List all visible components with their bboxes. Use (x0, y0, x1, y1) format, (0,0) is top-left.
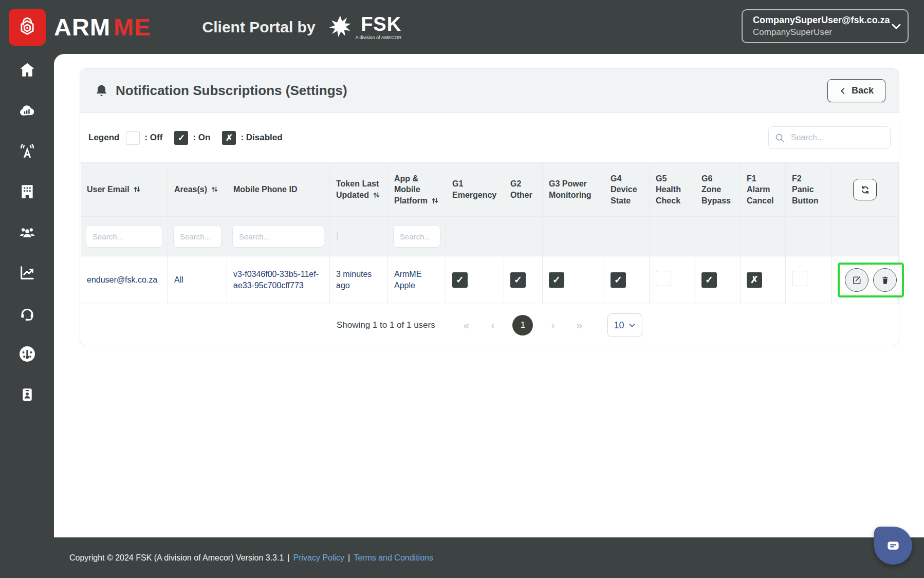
fsk-wordmark: FSK A division of AMECOR (356, 14, 402, 40)
bell-icon (95, 83, 108, 99)
filter-mobile-phone-id-input[interactable] (232, 225, 324, 248)
fsk-name-text: FSK (361, 14, 401, 34)
g4-checkbox: ✓ (611, 272, 626, 288)
refresh-icon (860, 185, 870, 195)
column-header-g2-other: G2 Other (504, 163, 543, 217)
trash-icon (881, 275, 890, 285)
sidebar (0, 54, 54, 578)
page-size-value: 10 (614, 320, 624, 331)
armme-lock-icon (9, 9, 46, 46)
checkbox-disabled-icon: ✗ (222, 131, 236, 145)
search-input[interactable] (790, 133, 898, 143)
card-header: Notification Subscriptions (Settings) Ba… (80, 69, 899, 113)
sidebar-item-line-chart[interactable] (17, 264, 38, 282)
column-header-app-mobile-platform[interactable]: App & Mobile Platform (388, 163, 446, 217)
column-header-token-last-updated[interactable]: Token Last Updated (330, 163, 388, 217)
table-search (768, 126, 891, 149)
filter-row (81, 217, 899, 256)
terms-link[interactable]: Terms and Conditions (354, 553, 433, 563)
user-menu[interactable]: CompanySuperUser@fsk.co.za CompanySuperU… (742, 9, 909, 43)
cell-areas: All (168, 256, 227, 304)
first-page-button[interactable]: « (453, 319, 481, 331)
cell-mobile-phone-id: v3-f0346f00-33b5-11ef-ae33-95c700cff773 (227, 256, 330, 304)
chevron-down-icon (628, 321, 636, 329)
column-header-user-email[interactable]: User Email (81, 163, 168, 217)
cloud-stats-icon (17, 102, 37, 119)
headset-icon (18, 305, 36, 322)
sidebar-item-id-card[interactable] (17, 386, 38, 403)
sidebar-item-cloud-stats[interactable] (17, 102, 38, 119)
id-card-icon (20, 385, 35, 404)
subscriptions-table: User Email Areas(s) Mobile Phone ID Toke… (80, 162, 899, 304)
brand-logo[interactable]: ARMME (9, 9, 151, 46)
filter-app-platform-input[interactable] (393, 225, 440, 248)
cell-g1-emergency: ✓ (446, 256, 504, 304)
column-header-areas[interactable]: Areas(s) (168, 163, 227, 217)
line-chart-icon (18, 264, 36, 282)
users-icon (17, 223, 38, 241)
chevron-down-icon (890, 20, 902, 32)
g2-checkbox: ✓ (510, 272, 526, 288)
edit-icon (852, 275, 862, 285)
user-role: CompanySuperUser (753, 27, 890, 38)
user-info: CompanySuperUser@fsk.co.za CompanySuperU… (753, 15, 890, 38)
edit-button[interactable] (845, 268, 868, 292)
legend-on-label: : On (193, 133, 210, 143)
filter-user-email-input[interactable] (86, 225, 162, 248)
f2-checkbox (792, 271, 807, 286)
next-page-button[interactable]: › (540, 319, 565, 331)
fsk-star-icon (327, 14, 354, 41)
notification-subscriptions-card: Notification Subscriptions (Settings) Ba… (80, 68, 899, 346)
chat-button[interactable] (874, 527, 912, 565)
row-actions-highlight (838, 263, 904, 297)
filter-areas-input[interactable] (173, 225, 221, 248)
chevron-left-icon (839, 87, 846, 95)
building-icon (19, 183, 36, 200)
privacy-policy-link[interactable]: Privacy Policy (293, 553, 344, 563)
cell-f1-alarm-cancel: ✗ (741, 256, 786, 304)
checkbox-on-icon: ✓ (174, 131, 188, 145)
page-title: Notification Subscriptions (Settings) (116, 83, 347, 99)
cell-f2-panic-button (786, 256, 831, 304)
cell-g4-device-state: ✓ (604, 256, 650, 304)
pagination: Showing 1 to 1 of 1 users « ‹ 1 › » 10 (80, 304, 899, 346)
column-header-g4-device-state: G4 Device State (604, 163, 650, 217)
sidebar-item-users[interactable] (17, 223, 38, 241)
app-header: ARMME Client Portal by FSK A division of… (0, 0, 924, 54)
column-header-g6-zone-bypass: G6 Zone Bypass (695, 163, 741, 217)
cell-g3-power-monitoring: ✓ (543, 256, 604, 304)
current-page-button[interactable]: 1 (512, 315, 533, 335)
back-button[interactable]: Back (827, 79, 885, 102)
cell-actions (831, 256, 899, 304)
column-header-g3-power-monitoring: G3 Power Monitoring (543, 163, 604, 217)
g5-checkbox (656, 271, 671, 286)
sort-icon (373, 191, 380, 199)
legend: Legend : Off ✓ : On ✗ : Disabled (88, 131, 290, 145)
last-page-button[interactable]: » (565, 319, 593, 331)
sidebar-item-gauge[interactable] (17, 345, 38, 363)
main-content: Notification Subscriptions (Settings) Ba… (54, 54, 924, 537)
checkbox-off-icon (126, 131, 140, 145)
refresh-button[interactable] (853, 179, 877, 200)
user-email: CompanySuperUser@fsk.co.za (753, 15, 890, 26)
sidebar-item-headset[interactable] (17, 305, 38, 322)
delete-button[interactable] (873, 268, 897, 292)
radio-tower-icon (17, 142, 37, 160)
sidebar-item-building[interactable] (17, 183, 38, 200)
cell-user-email: enduser@fsk.co.za (81, 256, 168, 304)
cell-g6-zone-bypass: ✓ (695, 256, 741, 304)
brand-arm-text: ARM (54, 13, 110, 41)
sort-icon (431, 197, 439, 204)
sidebar-item-radio-tower[interactable] (17, 142, 38, 160)
g1-checkbox: ✓ (452, 272, 468, 288)
table-row: enduser@fsk.co.za All v3-f0346f00-33b5-1… (81, 256, 899, 304)
page-size-select[interactable]: 10 (607, 313, 642, 337)
legend-off-label: : Off (144, 133, 162, 143)
pagination-summary: Showing 1 to 1 of 1 users (337, 320, 435, 330)
copyright-text: Copyright © 2024 FSK (A division of Amec… (69, 553, 284, 563)
filter-token-checkbox[interactable] (337, 231, 338, 241)
app-footer: Copyright © 2024 FSK (A division of Amec… (0, 537, 924, 578)
prev-page-button[interactable]: ‹ (480, 319, 505, 331)
legend-row: Legend : Off ✓ : On ✗ : Disabled (80, 113, 899, 162)
sidebar-item-home[interactable] (17, 61, 38, 79)
